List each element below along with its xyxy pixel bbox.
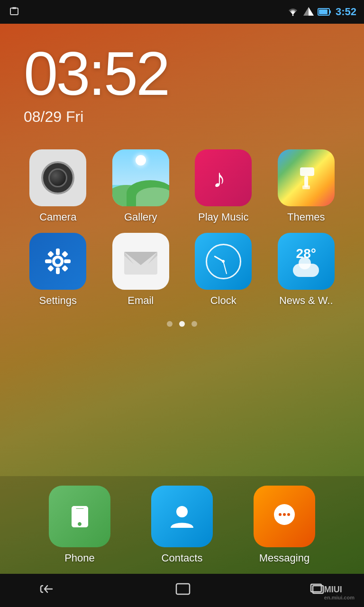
svg-point-30: [283, 513, 286, 516]
status-icons: 3:52: [286, 5, 356, 18]
status-time: 3:52: [336, 6, 356, 18]
svg-rect-11: [302, 185, 310, 189]
svg-point-2: [292, 15, 293, 16]
themes-label: Themes: [287, 211, 325, 223]
app-camera[interactable]: Camera: [19, 149, 97, 223]
settings-icon: [29, 233, 86, 290]
play-music-icon: ♪: [195, 149, 252, 206]
clock-label: Clock: [210, 294, 237, 307]
svg-point-13: [55, 258, 61, 264]
app-themes[interactable]: Themes: [267, 149, 346, 223]
app-clock[interactable]: Clock: [184, 233, 263, 307]
dock-phone[interactable]: Phone: [49, 486, 110, 564]
home-button[interactable]: [174, 582, 191, 599]
messaging-label: Messaging: [259, 552, 309, 564]
clock-widget: 03:52 08/29 Fri: [0, 24, 364, 135]
camera-icon: [29, 149, 86, 206]
app-play-music[interactable]: ♪ Play Music: [184, 149, 263, 223]
phone-label: Phone: [64, 552, 95, 564]
app-news[interactable]: 28° News & W..: [267, 233, 346, 307]
page-dots: [0, 312, 364, 331]
svg-rect-16: [45, 259, 52, 263]
status-left-icon: [8, 5, 21, 18]
svg-rect-6: [329, 10, 331, 13]
svg-rect-17: [64, 259, 71, 263]
wifi-icon: [286, 5, 300, 18]
svg-point-29: [279, 513, 282, 516]
svg-rect-9: [300, 167, 314, 176]
phone-icon: [49, 486, 110, 547]
page-dot-2[interactable]: [191, 321, 197, 327]
back-button[interactable]: [38, 582, 57, 599]
clock-date-display: 08/29 Fri: [24, 108, 340, 126]
gallery-icon: [112, 149, 169, 206]
signal-icon: [303, 5, 314, 18]
nav-bar: MIUI en.miui.com: [0, 574, 364, 607]
gallery-label: Gallery: [124, 211, 157, 223]
svg-point-26: [176, 506, 188, 517]
contacts-label: Contacts: [162, 552, 203, 564]
svg-rect-21: [62, 265, 68, 272]
settings-label: Settings: [39, 294, 77, 307]
svg-text:♪: ♪: [213, 164, 226, 193]
themes-icon: [278, 149, 335, 206]
app-grid: Camera Gallery: [0, 135, 364, 312]
play-music-label: Play Music: [198, 211, 248, 223]
clock-icon: [195, 233, 252, 290]
svg-rect-19: [62, 251, 68, 258]
miui-brand: MIUI en.miui.com: [324, 585, 355, 600]
status-bar: 3:52: [0, 0, 364, 24]
email-label: Email: [127, 294, 154, 307]
svg-rect-1: [12, 7, 16, 9]
contacts-icon: [151, 486, 213, 547]
svg-rect-32: [176, 584, 190, 594]
dock: Phone Contacts Messaging: [0, 476, 364, 574]
page-dot-0[interactable]: [167, 321, 173, 327]
recents-button[interactable]: [309, 582, 326, 599]
svg-rect-14: [56, 248, 60, 255]
cloud-icon: [293, 264, 319, 277]
svg-rect-18: [47, 251, 54, 258]
dock-contacts[interactable]: Contacts: [151, 486, 213, 564]
svg-marker-4: [309, 7, 314, 16]
news-label: News & W..: [279, 294, 333, 307]
camera-label: Camera: [39, 211, 76, 223]
dock-messaging[interactable]: Messaging: [254, 486, 315, 564]
email-icon: [112, 233, 169, 290]
messaging-icon: [254, 486, 315, 547]
app-settings[interactable]: Settings: [19, 233, 97, 307]
svg-rect-20: [47, 265, 54, 272]
clock-time-display: 03:52: [24, 43, 340, 104]
svg-point-31: [287, 513, 290, 516]
page-dot-1[interactable]: [179, 321, 185, 327]
news-icon: 28°: [278, 233, 335, 290]
svg-rect-7: [319, 9, 328, 14]
battery-icon: [318, 5, 332, 18]
app-email[interactable]: Email: [102, 233, 180, 307]
svg-rect-15: [56, 267, 60, 274]
app-gallery[interactable]: Gallery: [102, 149, 180, 223]
svg-rect-0: [10, 8, 18, 15]
